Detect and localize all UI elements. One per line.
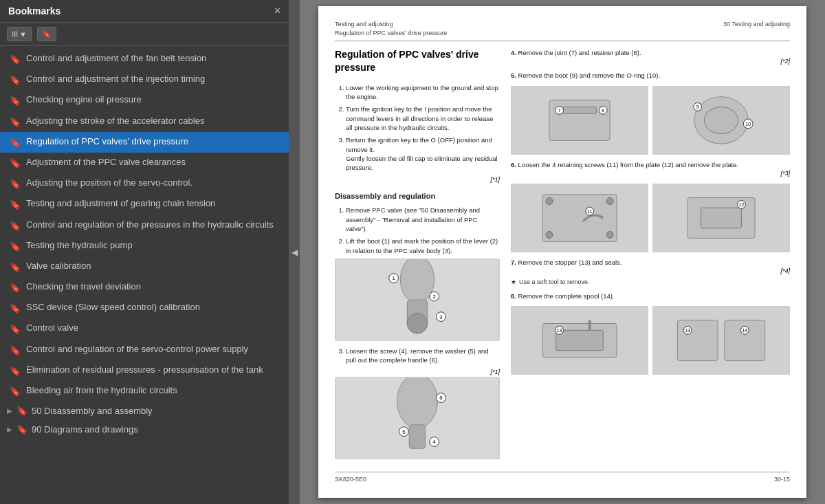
handle-diagram-container: 6 5 4 (335, 377, 500, 459)
svg-text:6: 6 (439, 395, 443, 402)
sidebar-toolbar: ⊞ ▼ 🔖 (0, 23, 289, 46)
nav-item-disassembly[interactable]: ▶ 🔖 50 Disassembly and assembly (0, 402, 289, 420)
svg-point-3 (407, 314, 428, 334)
steps-list-left: Lower the working equipment to the groun… (335, 83, 500, 173)
nav-item-diagrams[interactable]: ▶ 🔖 90 Diagrams and drawings (0, 420, 289, 439)
bookmark-icon: 🔖 (10, 54, 21, 66)
svg-text:8: 8 (602, 108, 604, 113)
nav-label: 90 Diagrams and drawings (32, 424, 138, 435)
sidebar-item-adjusting-position[interactable]: 🔖 Adjusting the position of the servo-co… (0, 173, 289, 194)
sidebar-item-checking-engine[interactable]: 🔖 Checking engine oil pressure (0, 90, 289, 111)
chevron-right-icon: ▶ (7, 407, 12, 415)
right-item-4: 4. Remove the joint (7) and retainer pla… (511, 48, 790, 66)
right-items: 4. Remove the joint (7) and retainer pla… (511, 48, 790, 375)
disassembly-step-1: Remove PPC valve (see "50 Disassembly an… (346, 206, 500, 233)
bookmark-label: Control and regulation of the servo-cont… (26, 343, 282, 355)
sidebar-item-regulation-ppc[interactable]: 🔖 Regulation of PPC valves' drive pressu… (0, 132, 289, 153)
step-3: Return the ignition key to the O (OFF) p… (346, 135, 500, 172)
grid-view-button[interactable]: ⊞ ▼ (7, 27, 32, 41)
disassembly-step-2: Lift the boot (1) and mark the position … (346, 237, 500, 255)
svg-text:10: 10 (745, 122, 751, 127)
step-5-text: 5. Remove the boot (9) and remove the O-… (511, 71, 790, 80)
star-note: ★ Use a soft tool to remove. (511, 278, 790, 287)
svg-text:1: 1 (392, 275, 395, 281)
step-2: Turn the ignition key to the I position … (346, 105, 500, 132)
svg-text:2: 2 (432, 294, 435, 300)
step-4-text: 4. Remove the joint (7) and retainer pla… (511, 48, 790, 57)
tag-icon: 🔖 (42, 30, 52, 39)
sidebar-item-control-injection[interactable]: 🔖 Control and adjustment of the injectio… (0, 69, 289, 90)
svg-point-36 (606, 197, 613, 204)
content-columns: Regulation of PPC valves' drive pressure… (335, 48, 790, 465)
bookmark-icon: 🔖 (10, 241, 21, 253)
grid-icon: ⊞ (12, 30, 18, 39)
bookmark-label: Control and adjustment of the injection … (26, 73, 282, 85)
svg-point-11 (397, 377, 438, 428)
footer-page: 30-15 (774, 475, 790, 484)
main-content: Testing and adjusting Regulation of PPC … (300, 0, 825, 504)
svg-rect-34 (542, 194, 617, 241)
bookmark-label: Adjusting the position of the servo-cont… (26, 177, 282, 189)
tag-button[interactable]: 🔖 (37, 27, 56, 41)
svg-rect-52 (677, 320, 718, 361)
svg-rect-48 (556, 331, 604, 351)
right-item-6: 6. Loosen the 4 retaining screws (11) fr… (511, 160, 790, 178)
img-grid-7-8: 13 13 (511, 306, 790, 375)
bookmark-icon: 🔖 (10, 220, 21, 232)
svg-text:14: 14 (742, 329, 747, 333)
bookmark-label: Adjustment of the PPC valve clearances (26, 156, 282, 168)
sidebar-header: Bookmarks × (0, 0, 289, 23)
right-column: 4. Remove the joint (7) and retainer pla… (511, 48, 790, 465)
sidebar-item-testing-adjustment[interactable]: 🔖 Testing and adjustment of gearing chai… (0, 194, 289, 215)
img-step-6b: 12 (652, 184, 790, 252)
page-panel: Testing and adjusting Regulation of PPC … (300, 0, 825, 504)
sidebar-item-control-valve[interactable]: 🔖 Control valve (0, 318, 289, 339)
sidebar-item-bleeding[interactable]: 🔖 Bleeding air from the hydraulic circui… (0, 381, 289, 402)
sidebar-item-valve-calibration[interactable]: 🔖 Valve calibration (0, 256, 289, 277)
bookmark-list: 🔖 Control and adjustment of the fan belt… (0, 46, 289, 504)
bookmark-icon: 🔖 (16, 424, 28, 435)
sidebar-item-control-fan[interactable]: 🔖 Control and adjustment of the fan belt… (0, 49, 289, 69)
bookmark-icon: 🔖 (10, 178, 21, 190)
svg-text:9: 9 (696, 105, 699, 109)
svg-rect-21 (563, 107, 597, 113)
sidebar-item-adjusting-stroke[interactable]: 🔖 Adjusting the stroke of the accelerato… (0, 111, 289, 132)
bookmark-icon: 🔖 (10, 157, 21, 170)
footnote-step3: [*1] (335, 175, 500, 184)
svg-text:4: 4 (432, 439, 436, 445)
sidebar-item-elimination[interactable]: 🔖 Elimination of residual pressures - pr… (0, 360, 289, 381)
bookmark-icon: 🔖 (10, 116, 21, 129)
step-6-text: 6. Loosen the 4 retaining screws (11) fr… (511, 160, 790, 169)
bookmark-label: Bleeding air from the hydraulic circuits (26, 384, 282, 397)
sidebar-item-control-servo[interactable]: 🔖 Control and regulation of the servo-co… (0, 340, 289, 360)
sidebar-item-checking-travel[interactable]: 🔖 Checking the travel deviation (0, 277, 289, 298)
img-step-5: 9 10 (652, 86, 790, 155)
bookmark-icon: 🔖 (10, 323, 21, 336)
collapse-handle[interactable]: ◀ (289, 0, 300, 504)
bookmark-label: Checking the travel deviation (26, 281, 282, 293)
bookmark-label: SSC device (Slow speed control) calibrat… (26, 301, 282, 314)
img-step-8: 13 14 (652, 306, 790, 375)
footnote-4: [*2] (511, 57, 790, 66)
bookmark-label: Regulation of PPC valves' drive pressure (26, 135, 282, 148)
step-loosen: Loosen the screw (4), remove the washer … (346, 347, 500, 365)
step-1: Lower the working equipment to the groun… (346, 83, 500, 102)
svg-point-35 (546, 197, 553, 204)
header-left-line2: Regulation of PPC valves' drive pressure (335, 29, 447, 38)
sidebar-item-ssc[interactable]: 🔖 SSC device (Slow speed control) calibr… (0, 298, 289, 318)
bookmark-icon: 🔖 (10, 365, 21, 377)
sidebar-item-testing-pump[interactable]: 🔖 Testing the hydraulic pump (0, 236, 289, 256)
right-item-8: 8. Remove the complete spool (14). (511, 292, 790, 300)
sidebar-item-adjustment-ppc[interactable]: 🔖 Adjustment of the PPC valve clearances (0, 153, 289, 173)
svg-text:5: 5 (402, 429, 406, 435)
sidebar: Bookmarks × ⊞ ▼ 🔖 🔖 Control and adjustme… (0, 0, 289, 504)
footnote-step-loosen: [*1] (335, 368, 500, 377)
close-button[interactable]: × (274, 6, 280, 17)
bookmark-label: Control valve (26, 322, 282, 334)
sidebar-item-control-regulation[interactable]: 🔖 Control and regulation of the pressure… (0, 215, 289, 236)
bookmark-label: Valve calibration (26, 260, 282, 272)
img-step-4: 7 8 (511, 86, 648, 155)
img-grid-4-5: 7 8 9 (511, 86, 790, 155)
svg-point-1 (400, 259, 434, 303)
bookmark-label: Control and regulation of the pressures … (26, 219, 282, 231)
